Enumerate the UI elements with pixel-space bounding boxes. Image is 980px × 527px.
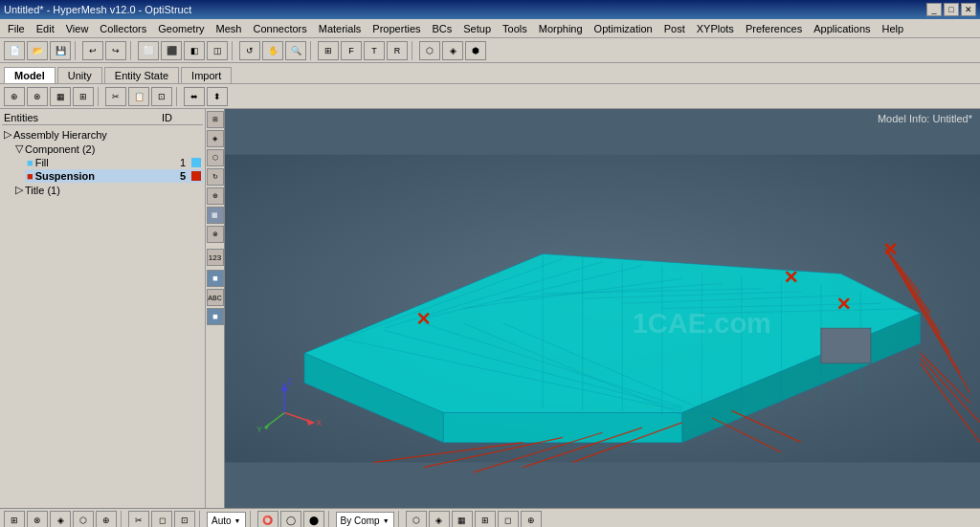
rotate-btn[interactable]: ↺ [239,41,260,60]
menu-morphing[interactable]: Morphing [533,21,589,36]
side-icon-5[interactable]: ⊕ [207,187,224,205]
btb-btn8[interactable]: ⊡ [174,511,195,527]
btb-btn10[interactable]: ◯ [280,511,301,527]
side-icon-1[interactable]: ⊞ [207,111,224,128]
btb-btn6[interactable]: ✂ [128,511,149,527]
btb-btn14[interactable]: ▦ [452,511,473,527]
menu-preferences[interactable]: Preferences [740,21,808,36]
tb2-btn8[interactable]: ⬌ [184,87,205,106]
bycomp-dropdown[interactable]: By Comp ▼ [336,512,394,527]
side-icon-9[interactable]: ◼ [207,270,224,287]
btb-btn9[interactable]: ⭕ [257,511,278,527]
tree-fill[interactable]: ■ Fill 1 [25,156,203,169]
tree-assembly-hierarchy[interactable]: ▷ Assembly Hierarchy [2,127,203,142]
menu-help[interactable]: Help [877,21,910,36]
top-btn[interactable]: T [364,41,385,60]
mesh-btn1[interactable]: ⬡ [419,41,440,60]
menu-connectors[interactable]: Connectors [247,21,312,36]
menu-post[interactable]: Post [658,21,691,36]
viewport[interactable]: Model Info: Untitled* [225,109,980,508]
view-btn3[interactable]: ◧ [184,41,205,60]
menu-view[interactable]: View [60,21,95,36]
entities-label: Entities [4,112,38,123]
toolbar2: ⊕ ⊗ ▦ ⊞ ✂ 📋 ⊡ ⬌ ⬍ [0,84,980,109]
btb-btn15[interactable]: ⊞ [475,511,496,527]
title-label: Title (1) [25,185,60,196]
btb-btn11[interactable]: ⬤ [303,511,324,527]
right-btn[interactable]: R [387,41,408,60]
new-btn[interactable]: 📄 [4,41,25,60]
expand-icon: ▷ [4,128,11,141]
btb-btn2[interactable]: ⊗ [27,511,48,527]
menu-mesh[interactable]: Mesh [211,21,248,36]
btb-btn17[interactable]: ⊕ [521,511,542,527]
menu-edit[interactable]: Edit [31,21,60,36]
tb2-btn4[interactable]: ⊞ [73,87,94,106]
auto-dropdown[interactable]: Auto ▼ [207,512,246,527]
menu-properties[interactable]: Properties [367,21,426,36]
side-icon-11[interactable]: ◼ [207,308,224,325]
window-controls[interactable]: _ □ ✕ [926,3,976,16]
tb2-btn9[interactable]: ⬍ [207,87,228,106]
menu-geometry[interactable]: Geometry [152,21,210,36]
svg-rect-29 [821,328,871,362]
btb-btn12[interactable]: ⬡ [406,511,427,527]
btb-btn13[interactable]: ◈ [429,511,450,527]
tb2-btn2[interactable]: ⊗ [27,87,48,106]
menu-applications[interactable]: Applications [808,21,876,36]
open-btn[interactable]: 📂 [27,41,48,60]
fill-id: 1 [180,157,186,168]
mesh-btn2[interactable]: ◈ [442,41,463,60]
tab-entity-state[interactable]: Entity State [104,67,179,83]
tree-suspension[interactable]: ■ Suspension 5 [25,169,203,183]
auto-label: Auto [212,516,232,526]
sep8 [121,511,124,527]
redo-btn[interactable]: ↪ [105,41,126,60]
sep2 [130,41,134,60]
view-btn4[interactable]: ◫ [207,41,228,60]
tb2-btn7[interactable]: ⊡ [151,87,172,106]
menu-setup[interactable]: Setup [457,21,497,36]
side-icon-2[interactable]: ◈ [207,130,224,147]
side-icon-7[interactable]: ⊗ [207,226,224,243]
pan-btn[interactable]: ✋ [262,41,283,60]
tb2-btn6[interactable]: 📋 [128,87,149,106]
btb-btn5[interactable]: ⊕ [96,511,117,527]
menu-collectors[interactable]: Collectors [94,21,152,36]
side-icon-6[interactable]: ▦ [207,207,224,224]
tab-model[interactable]: Model [4,67,56,83]
tb2-btn1[interactable]: ⊕ [4,87,25,106]
side-icon-4[interactable]: ↻ [207,168,224,186]
side-icon-8[interactable]: 123 [207,249,224,266]
tab-unity[interactable]: Unity [57,67,102,83]
btb-btn16[interactable]: ◻ [498,511,519,527]
close-btn[interactable]: ✕ [961,3,976,16]
undo-btn[interactable]: ↩ [82,41,103,60]
maximize-btn[interactable]: □ [944,3,959,16]
menu-optimization[interactable]: Optimization [589,21,658,36]
minimize-btn[interactable]: _ [926,3,942,16]
tb2-btn5[interactable]: ✂ [105,87,126,106]
view-btn2[interactable]: ⬛ [161,41,182,60]
tree-title[interactable]: ▷ Title (1) [13,183,203,197]
tree-component[interactable]: ▽ Component (2) [13,142,203,156]
view-btn1[interactable]: ⬜ [138,41,159,60]
side-icon-3[interactable]: ⬡ [207,149,224,166]
zoom-btn[interactable]: 🔍 [285,41,306,60]
menu-xyplots[interactable]: XYPlots [691,21,740,36]
btb-btn3[interactable]: ◈ [50,511,71,527]
btb-btn7[interactable]: ◻ [151,511,172,527]
fit-btn[interactable]: ⊞ [318,41,339,60]
menu-materials[interactable]: Materials [313,21,368,36]
mesh-btn3[interactable]: ⬢ [465,41,486,60]
tb2-btn3[interactable]: ▦ [50,87,71,106]
tab-import[interactable]: Import [181,67,232,83]
menu-tools[interactable]: Tools [497,21,533,36]
side-icon-10[interactable]: ABC [207,289,224,306]
front-btn[interactable]: F [341,41,362,60]
btb-btn4[interactable]: ⬡ [73,511,94,527]
menu-bcs[interactable]: BCs [427,21,458,36]
menu-file[interactable]: File [2,21,31,36]
btb-btn1[interactable]: ⊞ [4,511,25,527]
save-btn[interactable]: 💾 [50,41,71,60]
